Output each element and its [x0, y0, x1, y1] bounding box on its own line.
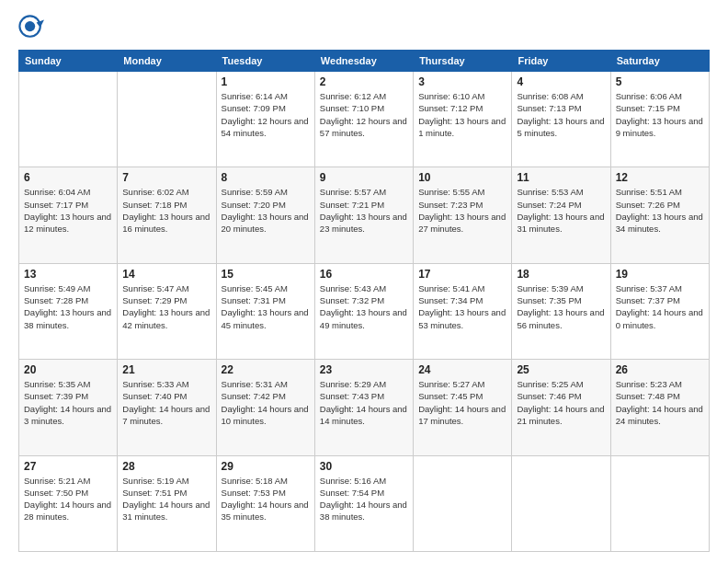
day-info: Sunrise: 5:59 AMSunset: 7:20 PMDaylight:…: [222, 186, 310, 235]
day-number: 25: [517, 363, 605, 376]
day-number: 13: [24, 268, 112, 281]
day-number: 23: [320, 363, 408, 376]
day-info: Sunrise: 5:16 AMSunset: 7:54 PMDaylight:…: [320, 475, 408, 523]
day-info: Sunrise: 5:18 AMSunset: 7:53 PMDaylight:…: [222, 475, 310, 523]
day-info: Sunrise: 5:35 AMSunset: 7:39 PMDaylight:…: [24, 378, 112, 427]
weekday-header-tuesday: Tuesday: [216, 51, 314, 72]
day-number: 29: [222, 460, 310, 473]
calendar-cell: 18Sunrise: 5:39 AMSunset: 7:35 PMDayligh…: [512, 263, 610, 359]
day-number: 4: [517, 75, 605, 88]
calendar-cell: 29Sunrise: 5:18 AMSunset: 7:53 PMDayligh…: [216, 455, 314, 551]
day-info: Sunrise: 5:47 AMSunset: 7:29 PMDaylight:…: [122, 282, 210, 331]
logo: [18, 15, 48, 40]
week-row-4: 20Sunrise: 5:35 AMSunset: 7:39 PMDayligh…: [19, 360, 710, 455]
day-info: Sunrise: 6:02 AMSunset: 7:18 PMDaylight:…: [122, 186, 210, 235]
weekday-header-sunday: Sunday: [19, 51, 118, 72]
calendar-cell: 16Sunrise: 5:43 AMSunset: 7:32 PMDayligh…: [314, 263, 413, 359]
calendar-cell: 20Sunrise: 5:35 AMSunset: 7:39 PMDayligh…: [19, 360, 118, 455]
day-number: 14: [122, 268, 210, 281]
calendar-cell: 12Sunrise: 5:51 AMSunset: 7:26 PMDayligh…: [610, 167, 709, 263]
day-number: 22: [222, 363, 310, 376]
calendar-cell: 25Sunrise: 5:25 AMSunset: 7:46 PMDayligh…: [512, 360, 610, 455]
calendar-cell: 13Sunrise: 5:49 AMSunset: 7:28 PMDayligh…: [19, 263, 118, 359]
day-number: 9: [320, 171, 408, 184]
calendar-cell: 11Sunrise: 5:53 AMSunset: 7:24 PMDayligh…: [512, 167, 610, 263]
day-number: 17: [418, 268, 506, 281]
weekday-header-thursday: Thursday: [414, 51, 512, 72]
calendar-table: SundayMondayTuesdayWednesdayThursdayFrid…: [18, 50, 710, 552]
week-row-2: 6Sunrise: 6:04 AMSunset: 7:17 PMDaylight…: [19, 167, 710, 263]
day-number: 6: [24, 171, 112, 184]
day-info: Sunrise: 5:23 AMSunset: 7:48 PMDaylight:…: [616, 378, 704, 427]
calendar-cell: 2Sunrise: 6:12 AMSunset: 7:10 PMDaylight…: [314, 72, 413, 167]
weekday-header-row: SundayMondayTuesdayWednesdayThursdayFrid…: [19, 51, 710, 72]
day-info: Sunrise: 5:39 AMSunset: 7:35 PMDaylight:…: [517, 282, 605, 331]
day-number: 1: [222, 75, 310, 88]
day-number: 11: [517, 171, 605, 184]
day-info: Sunrise: 5:25 AMSunset: 7:46 PMDaylight:…: [517, 378, 605, 427]
day-info: Sunrise: 5:27 AMSunset: 7:45 PMDaylight:…: [418, 378, 506, 427]
calendar-cell: 15Sunrise: 5:45 AMSunset: 7:31 PMDayligh…: [216, 263, 314, 359]
day-number: 28: [122, 460, 210, 473]
day-number: 20: [24, 363, 112, 376]
calendar-cell: 5Sunrise: 6:06 AMSunset: 7:15 PMDaylight…: [610, 72, 709, 167]
day-number: 8: [222, 171, 310, 184]
calendar-cell: [610, 455, 709, 551]
day-info: Sunrise: 6:04 AMSunset: 7:17 PMDaylight:…: [24, 186, 112, 235]
calendar-cell: 19Sunrise: 5:37 AMSunset: 7:37 PMDayligh…: [610, 263, 709, 359]
calendar-cell: 7Sunrise: 6:02 AMSunset: 7:18 PMDaylight…: [118, 167, 216, 263]
day-number: 7: [122, 171, 210, 184]
day-info: Sunrise: 5:49 AMSunset: 7:28 PMDaylight:…: [24, 282, 112, 331]
calendar-cell: 6Sunrise: 6:04 AMSunset: 7:17 PMDaylight…: [19, 167, 118, 263]
calendar-cell: 24Sunrise: 5:27 AMSunset: 7:45 PMDayligh…: [414, 360, 512, 455]
day-number: 10: [418, 171, 506, 184]
calendar-cell: 22Sunrise: 5:31 AMSunset: 7:42 PMDayligh…: [216, 360, 314, 455]
svg-marker-2: [37, 20, 44, 28]
day-info: Sunrise: 5:33 AMSunset: 7:40 PMDaylight:…: [122, 378, 210, 427]
day-info: Sunrise: 5:43 AMSunset: 7:32 PMDaylight:…: [320, 282, 408, 331]
calendar-cell: 21Sunrise: 5:33 AMSunset: 7:40 PMDayligh…: [118, 360, 216, 455]
week-row-5: 27Sunrise: 5:21 AMSunset: 7:50 PMDayligh…: [19, 455, 710, 551]
week-row-1: 1Sunrise: 6:14 AMSunset: 7:09 PMDaylight…: [19, 72, 710, 167]
day-number: 27: [24, 460, 112, 473]
day-info: Sunrise: 5:31 AMSunset: 7:42 PMDaylight:…: [222, 378, 310, 427]
day-info: Sunrise: 5:21 AMSunset: 7:50 PMDaylight:…: [24, 475, 112, 523]
day-info: Sunrise: 6:12 AMSunset: 7:10 PMDaylight:…: [320, 90, 408, 139]
svg-point-1: [25, 21, 35, 31]
day-info: Sunrise: 6:14 AMSunset: 7:09 PMDaylight:…: [222, 90, 310, 139]
calendar-cell: 23Sunrise: 5:29 AMSunset: 7:43 PMDayligh…: [314, 360, 413, 455]
day-number: 3: [418, 75, 506, 88]
header: [18, 15, 710, 40]
day-info: Sunrise: 6:06 AMSunset: 7:15 PMDaylight:…: [616, 90, 704, 139]
day-info: Sunrise: 5:41 AMSunset: 7:34 PMDaylight:…: [418, 282, 506, 331]
day-number: 24: [418, 363, 506, 376]
day-info: Sunrise: 5:53 AMSunset: 7:24 PMDaylight:…: [517, 186, 605, 235]
calendar-cell: [414, 455, 512, 551]
calendar-cell: 27Sunrise: 5:21 AMSunset: 7:50 PMDayligh…: [19, 455, 118, 551]
calendar-cell: 9Sunrise: 5:57 AMSunset: 7:21 PMDaylight…: [314, 167, 413, 263]
day-info: Sunrise: 5:57 AMSunset: 7:21 PMDaylight:…: [320, 186, 408, 235]
calendar-cell: [512, 455, 610, 551]
weekday-header-wednesday: Wednesday: [314, 51, 413, 72]
day-number: 30: [320, 460, 408, 473]
day-number: 12: [616, 171, 704, 184]
day-number: 16: [320, 268, 408, 281]
calendar-cell: 1Sunrise: 6:14 AMSunset: 7:09 PMDaylight…: [216, 72, 314, 167]
calendar-cell: [19, 72, 118, 167]
calendar-cell: 28Sunrise: 5:19 AMSunset: 7:51 PMDayligh…: [118, 455, 216, 551]
day-number: 18: [517, 268, 605, 281]
day-info: Sunrise: 5:55 AMSunset: 7:23 PMDaylight:…: [418, 186, 506, 235]
logo-icon: [18, 15, 44, 40]
day-number: 2: [320, 75, 408, 88]
calendar-cell: 4Sunrise: 6:08 AMSunset: 7:13 PMDaylight…: [512, 72, 610, 167]
calendar-cell: 10Sunrise: 5:55 AMSunset: 7:23 PMDayligh…: [414, 167, 512, 263]
day-number: 26: [616, 363, 704, 376]
day-info: Sunrise: 5:29 AMSunset: 7:43 PMDaylight:…: [320, 378, 408, 427]
weekday-header-saturday: Saturday: [610, 51, 709, 72]
day-number: 21: [122, 363, 210, 376]
day-number: 15: [222, 268, 310, 281]
calendar-cell: 8Sunrise: 5:59 AMSunset: 7:20 PMDaylight…: [216, 167, 314, 263]
calendar-cell: [118, 72, 216, 167]
calendar-cell: 3Sunrise: 6:10 AMSunset: 7:12 PMDaylight…: [414, 72, 512, 167]
calendar-cell: 30Sunrise: 5:16 AMSunset: 7:54 PMDayligh…: [314, 455, 413, 551]
